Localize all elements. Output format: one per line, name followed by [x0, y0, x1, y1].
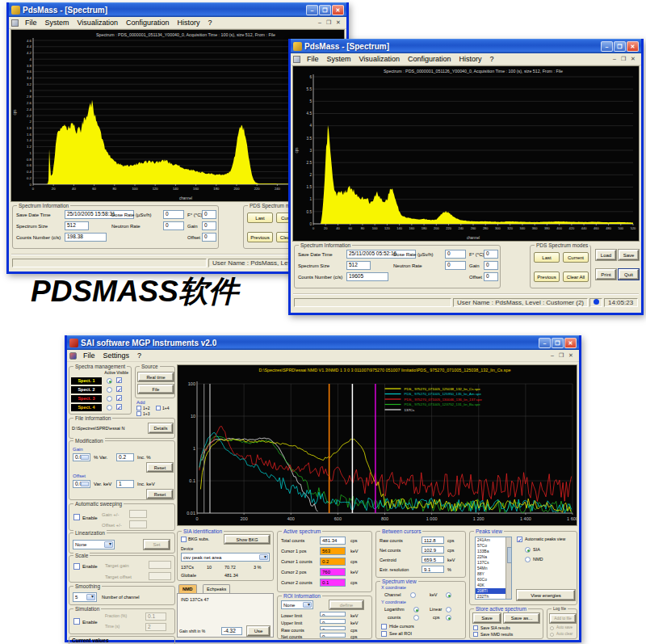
- see-all-roi-checkbox[interactable]: [381, 631, 387, 637]
- gain-field[interactable]: 0: [484, 261, 498, 270]
- field-value[interactable]: 0: [320, 633, 346, 638]
- menu-file[interactable]: File: [21, 19, 41, 27]
- dose-rate-field[interactable]: 0: [163, 210, 184, 219]
- nmd-radio[interactable]: [525, 557, 531, 562]
- menu-configuration[interactable]: Configuration: [122, 19, 174, 27]
- clear-all-button[interactable]: Clear All: [563, 271, 589, 282]
- gain-shift-field[interactable]: -4.32: [221, 627, 242, 635]
- file-button[interactable]: File: [138, 385, 174, 394]
- field-value[interactable]: 760: [320, 568, 346, 576]
- visible-checkbox[interactable]: ✓: [116, 377, 122, 383]
- scale-enable-checkbox[interactable]: [73, 563, 80, 570]
- temperature-field[interactable]: 0: [202, 210, 216, 219]
- last-button[interactable]: Last: [534, 252, 560, 263]
- menu-visualization[interactable]: Visualization: [355, 55, 404, 63]
- hide-cursors-checkbox[interactable]: [381, 624, 387, 629]
- field-value[interactable]: 102.9: [422, 546, 444, 554]
- kev-radio[interactable]: [446, 592, 451, 598]
- mdi-window-controls[interactable]: – ❐ ✕: [613, 56, 639, 62]
- gain-inc-field[interactable]: 0.2: [116, 453, 134, 461]
- field-value[interactable]: 0: [320, 626, 346, 631]
- linearization-dropdown[interactable]: None: [73, 540, 115, 549]
- cps-radio[interactable]: [446, 615, 451, 621]
- counts-number-field[interactable]: 19605: [346, 272, 388, 281]
- previous-button[interactable]: Previous: [247, 232, 273, 242]
- menu-file[interactable]: File: [79, 351, 99, 360]
- bkg-subs-checkbox[interactable]: [181, 537, 187, 542]
- field-value[interactable]: 659.5: [422, 556, 444, 563]
- gain-field[interactable]: 0: [202, 221, 216, 230]
- menu-file[interactable]: File: [303, 55, 323, 63]
- minimize-button[interactable]: –: [601, 41, 613, 52]
- save-button[interactable]: Save: [619, 250, 639, 260]
- show-bkg-button[interactable]: Show BKG: [224, 535, 270, 544]
- menu-system[interactable]: System: [323, 55, 355, 63]
- gain-reset-button[interactable]: Reset: [147, 463, 173, 472]
- neutron-rate-field[interactable]: 0: [445, 261, 466, 270]
- field-value[interactable]: 563: [320, 547, 346, 555]
- menu-[interactable]: ?: [485, 55, 497, 63]
- visible-checkbox[interactable]: ✓: [116, 386, 122, 392]
- field-value[interactable]: 0.1: [320, 579, 346, 587]
- titlebar[interactable]: PdsMass - [Spectrum] – ❐ ✕: [9, 2, 346, 17]
- offset-spinner[interactable]: 0.00: [73, 480, 90, 488]
- channel-radio[interactable]: [410, 592, 416, 598]
- logarithm-radio[interactable]: [413, 607, 419, 612]
- tab-echpeaks[interactable]: Echpeaks: [203, 584, 230, 593]
- linear-radio[interactable]: [446, 607, 451, 612]
- mdi-window-controls[interactable]: – ❐ ✕: [551, 352, 577, 359]
- menu-history[interactable]: History: [455, 55, 485, 63]
- menu-history[interactable]: History: [173, 19, 203, 27]
- restore-button[interactable]: ❐: [614, 41, 626, 52]
- spectrum-size-field[interactable]: 512: [65, 221, 89, 230]
- dose-rate-field[interactable]: 0: [445, 250, 466, 259]
- titlebar[interactable]: SAI software MGP Instruments v2.0 – ❐ ✕: [67, 335, 579, 350]
- offset-field[interactable]: 0: [202, 233, 216, 242]
- use-button[interactable]: Use: [247, 626, 270, 636]
- temperature-field[interactable]: 0: [484, 250, 498, 259]
- tab-nmd[interactable]: NMD: [178, 584, 197, 593]
- save-nmd-checkbox[interactable]: [473, 632, 478, 637]
- restore-button[interactable]: ❐: [552, 338, 564, 348]
- neutron-rate-field[interactable]: 0: [163, 221, 184, 230]
- details-button[interactable]: Details: [149, 423, 173, 433]
- field-value[interactable]: 481.34: [320, 537, 346, 545]
- menu-visualization[interactable]: Visualization: [73, 19, 122, 27]
- offset-inc-field[interactable]: 1: [116, 480, 134, 488]
- active-radio[interactable]: [107, 378, 112, 384]
- previous-button[interactable]: Previous: [534, 271, 560, 282]
- minimize-button[interactable]: –: [539, 338, 551, 348]
- last-button[interactable]: Last: [247, 213, 273, 223]
- menu-[interactable]: ?: [133, 351, 145, 360]
- save-button[interactable]: Save: [473, 613, 501, 623]
- field-value[interactable]: 9.1: [422, 566, 444, 573]
- active-radio[interactable]: [107, 405, 112, 410]
- field-value[interactable]: 112.8: [422, 537, 444, 544]
- add-1-3-checkbox[interactable]: [136, 411, 141, 416]
- save-sia-checkbox[interactable]: [473, 625, 478, 630]
- save-as-button[interactable]: Save as...: [504, 613, 539, 623]
- menu-system[interactable]: System: [41, 19, 73, 27]
- counts-radio[interactable]: [413, 615, 419, 621]
- menu-configuration[interactable]: Configuration: [404, 55, 455, 63]
- automatic-peaks-checkbox[interactable]: ✓: [517, 537, 522, 542]
- smoothing-dropdown[interactable]: 5: [73, 592, 97, 602]
- field-value[interactable]: 0: [320, 612, 346, 617]
- close-button[interactable]: ✕: [627, 41, 639, 52]
- counts-number-field[interactable]: 198.38: [65, 233, 107, 242]
- titlebar[interactable]: PdsMass - [Spectrum] – ❐ ✕: [291, 39, 641, 53]
- quit-button[interactable]: Quit: [619, 269, 639, 280]
- close-button[interactable]: ✕: [564, 338, 577, 348]
- active-radio[interactable]: [107, 396, 112, 402]
- restore-button[interactable]: ❐: [319, 5, 331, 15]
- add-1-2-checkbox[interactable]: [136, 406, 141, 410]
- sia-radio[interactable]: [525, 547, 531, 553]
- menu-[interactable]: ?: [203, 19, 216, 27]
- field-value[interactable]: 0.2: [320, 558, 346, 566]
- scrollbar[interactable]: [505, 537, 511, 599]
- offset-field[interactable]: 0: [484, 272, 498, 281]
- visible-checkbox[interactable]: ✓: [116, 404, 122, 410]
- field-value[interactable]: 0: [320, 619, 346, 624]
- active-radio[interactable]: [107, 387, 112, 393]
- print-button[interactable]: Print: [596, 269, 616, 280]
